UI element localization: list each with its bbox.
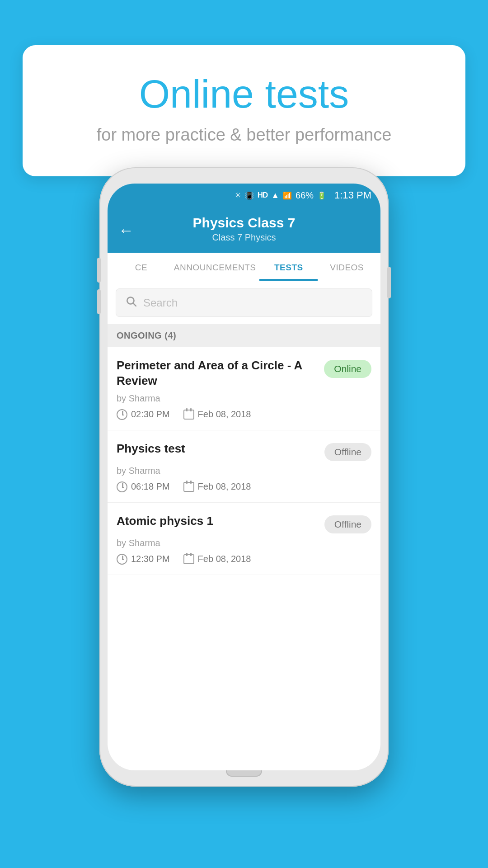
test-item-header: Physics test Offline xyxy=(117,441,371,461)
phone-vol-down-button xyxy=(97,289,101,314)
bubble-subtitle: for more practice & better performance xyxy=(59,125,429,145)
hd-icon: HD xyxy=(258,191,268,200)
test-meta: 06:18 PM Feb 08, 2018 xyxy=(117,481,371,492)
app-header: ← Physics Class 7 Class 7 Physics xyxy=(108,207,380,253)
test-date: Feb 08, 2018 xyxy=(183,554,251,564)
clock-icon xyxy=(117,409,127,420)
test-title: Atomic physics 1 xyxy=(117,514,324,529)
test-item-header: Atomic physics 1 Offline xyxy=(117,514,371,533)
clock-icon xyxy=(117,481,127,492)
clock-icon xyxy=(117,554,127,565)
phone-power-button xyxy=(387,267,391,298)
calendar-icon xyxy=(183,554,194,564)
phone-screen: ✳ 📳 HD ▲ 📶 66% 🔋 1:13 PM ← xyxy=(108,184,380,770)
bluetooth-icon: ✳ xyxy=(235,190,241,200)
test-date: Feb 08, 2018 xyxy=(183,409,251,420)
tab-tests[interactable]: TESTS xyxy=(259,253,318,281)
tab-announcements[interactable]: ANNOUNCEMENTS xyxy=(170,253,260,281)
ongoing-section-header: ONGOING (4) xyxy=(108,324,380,347)
screen-content: Search ONGOING (4) Perimeter and Area of… xyxy=(108,281,380,575)
search-bar[interactable]: Search xyxy=(116,288,372,317)
bubble-title: Online tests xyxy=(59,72,429,116)
calendar-icon xyxy=(183,410,194,420)
battery-percent: 66% xyxy=(296,190,314,201)
test-title: Physics test xyxy=(117,441,324,457)
status-badge: Online xyxy=(324,360,371,378)
test-author: by Sharma xyxy=(117,466,371,476)
test-item[interactable]: Perimeter and Area of a Circle - A Revie… xyxy=(108,347,380,430)
phone-vol-up-button xyxy=(97,258,101,283)
phone-mockup: ✳ 📳 HD ▲ 📶 66% 🔋 1:13 PM ← xyxy=(99,167,389,787)
search-placeholder: Search xyxy=(143,297,178,309)
tab-ce[interactable]: CE xyxy=(112,253,170,281)
test-author: by Sharma xyxy=(117,393,371,404)
test-time: 12:30 PM xyxy=(117,554,170,565)
vibrate-icon: 📳 xyxy=(245,191,254,200)
back-button[interactable]: ← xyxy=(118,221,134,239)
tab-bar: CE ANNOUNCEMENTS TESTS VIDEOS xyxy=(108,253,380,281)
test-time: 02:30 PM xyxy=(117,409,170,420)
test-time: 06:18 PM xyxy=(117,481,170,492)
test-item[interactable]: Atomic physics 1 Offline by Sharma 12:30… xyxy=(108,503,380,575)
signal-icon: 📶 xyxy=(283,191,292,200)
status-bar: ✳ 📳 HD ▲ 📶 66% 🔋 1:13 PM xyxy=(108,184,380,207)
search-icon xyxy=(125,295,137,310)
wifi-icon: ▲ xyxy=(271,191,279,200)
status-icons: ✳ 📳 HD ▲ 📶 66% 🔋 xyxy=(235,190,326,201)
calendar-icon xyxy=(183,482,194,492)
tab-videos[interactable]: VIDEOS xyxy=(318,253,376,281)
test-meta: 12:30 PM Feb 08, 2018 xyxy=(117,554,371,565)
status-badge: Offline xyxy=(324,443,371,461)
test-date: Feb 08, 2018 xyxy=(183,481,251,492)
test-item-header: Perimeter and Area of a Circle - A Revie… xyxy=(117,358,371,389)
battery-icon: 🔋 xyxy=(317,191,326,200)
status-badge: Offline xyxy=(324,515,371,533)
test-title: Perimeter and Area of a Circle - A Revie… xyxy=(117,358,324,389)
test-author: by Sharma xyxy=(117,538,371,548)
search-container: Search xyxy=(108,281,380,324)
svg-line-1 xyxy=(133,303,136,306)
phone-shell: ✳ 📳 HD ▲ 📶 66% 🔋 1:13 PM ← xyxy=(99,167,389,787)
speech-bubble: Online tests for more practice & better … xyxy=(23,45,465,176)
status-time: 1:13 PM xyxy=(334,189,371,201)
header-breadcrumb: Class 7 Physics xyxy=(118,232,370,243)
test-item[interactable]: Physics test Offline by Sharma 06:18 PM … xyxy=(108,430,380,503)
header-title: Physics Class 7 xyxy=(118,215,370,231)
test-meta: 02:30 PM Feb 08, 2018 xyxy=(117,409,371,420)
